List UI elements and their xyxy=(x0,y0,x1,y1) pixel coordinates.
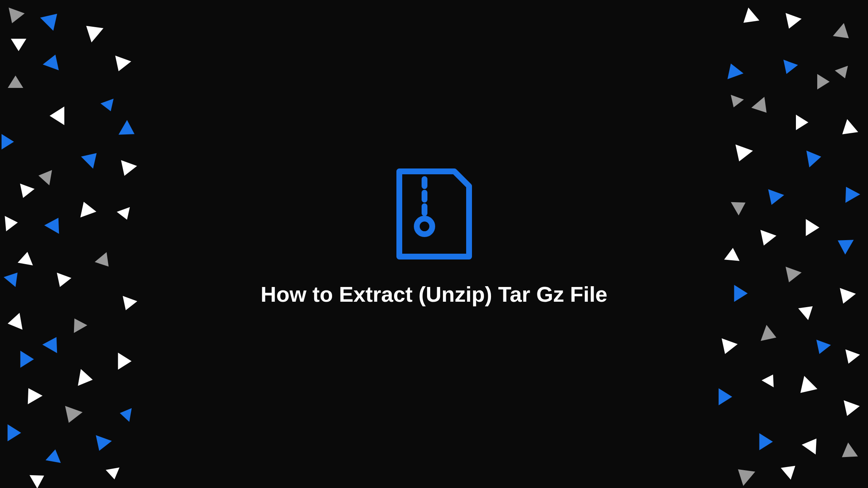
triangle-decoration xyxy=(833,23,854,45)
triangle-decoration xyxy=(751,97,773,118)
triangle-decoration xyxy=(806,148,823,167)
triangle-decoration xyxy=(44,213,66,234)
triangle-decoration xyxy=(21,384,43,404)
triangle-decoration xyxy=(781,13,801,32)
triangle-decoration xyxy=(806,219,820,236)
triangle-decoration xyxy=(796,115,808,130)
triangle-decoration xyxy=(119,406,132,422)
triangle-decoration xyxy=(100,99,117,114)
svg-point-3 xyxy=(417,219,432,234)
triangle-decoration xyxy=(841,349,860,366)
triangle-decoration xyxy=(732,462,755,486)
triangle-decoration xyxy=(78,369,94,388)
triangle-decoration xyxy=(794,376,818,400)
triangle-decoration xyxy=(11,39,26,51)
triangle-decoration xyxy=(763,189,784,208)
triangle-decoration xyxy=(60,406,83,426)
triangle-decoration xyxy=(119,296,138,313)
triangle-decoration xyxy=(724,247,741,261)
triangle-decoration xyxy=(18,251,35,265)
triangle-decoration xyxy=(738,7,759,29)
triangle-decoration xyxy=(91,435,112,454)
triangle-decoration xyxy=(839,182,860,203)
triangle-decoration xyxy=(717,339,737,357)
main-content: How to Extract (Unzip) Tar Gz File xyxy=(260,168,607,307)
triangle-decoration xyxy=(837,442,858,464)
triangle-decoration xyxy=(119,120,139,142)
triangle-decoration xyxy=(46,448,63,463)
triangle-decoration xyxy=(2,134,14,149)
triangle-decoration xyxy=(5,215,18,232)
triangle-decoration xyxy=(43,52,63,70)
triangle-decoration xyxy=(812,340,831,357)
triangle-decoration xyxy=(839,400,859,419)
triangle-decoration xyxy=(29,469,48,488)
triangle-decoration xyxy=(730,144,753,165)
triangle-decoration xyxy=(756,230,776,249)
triangle-decoration xyxy=(8,424,21,442)
triangle-decoration xyxy=(16,184,35,201)
triangle-decoration xyxy=(6,313,22,332)
triangle-decoration xyxy=(837,119,858,141)
triangle-decoration xyxy=(761,371,779,387)
triangle-decoration xyxy=(4,8,24,26)
triangle-decoration xyxy=(42,333,64,353)
triangle-decoration xyxy=(817,74,830,89)
triangle-decoration xyxy=(834,233,854,255)
triangle-decoration xyxy=(835,66,851,81)
triangle-decoration xyxy=(835,288,856,307)
triangle-decoration xyxy=(117,207,133,222)
triangle-decoration xyxy=(40,7,64,31)
triangle-decoration xyxy=(118,353,132,370)
triangle-decoration xyxy=(723,61,743,79)
triangle-decoration xyxy=(76,199,96,218)
triangle-decoration xyxy=(80,19,103,42)
triangle-decoration xyxy=(8,76,23,88)
triangle-decoration xyxy=(734,285,748,302)
triangle-decoration xyxy=(50,107,64,125)
page-title: How to Extract (Unzip) Tar Gz File xyxy=(260,282,607,307)
triangle-decoration xyxy=(95,252,114,271)
triangle-decoration xyxy=(68,314,88,333)
triangle-decoration xyxy=(53,273,72,290)
triangle-decoration xyxy=(760,433,773,450)
triangle-decoration xyxy=(719,388,732,406)
triangle-decoration xyxy=(106,467,121,481)
triangle-decoration xyxy=(731,196,749,216)
triangle-decoration xyxy=(761,325,779,345)
zip-file-icon xyxy=(395,168,473,262)
triangle-decoration xyxy=(802,434,823,455)
triangle-decoration xyxy=(110,56,131,74)
triangle-decoration xyxy=(116,160,137,179)
triangle-decoration xyxy=(779,60,798,77)
triangle-decoration xyxy=(3,268,23,287)
triangle-decoration xyxy=(81,147,103,169)
triangle-decoration xyxy=(781,460,800,479)
triangle-decoration xyxy=(781,267,801,285)
triangle-decoration xyxy=(21,351,34,368)
triangle-decoration xyxy=(727,95,744,110)
triangle-decoration xyxy=(798,300,818,320)
triangle-decoration xyxy=(37,168,52,186)
